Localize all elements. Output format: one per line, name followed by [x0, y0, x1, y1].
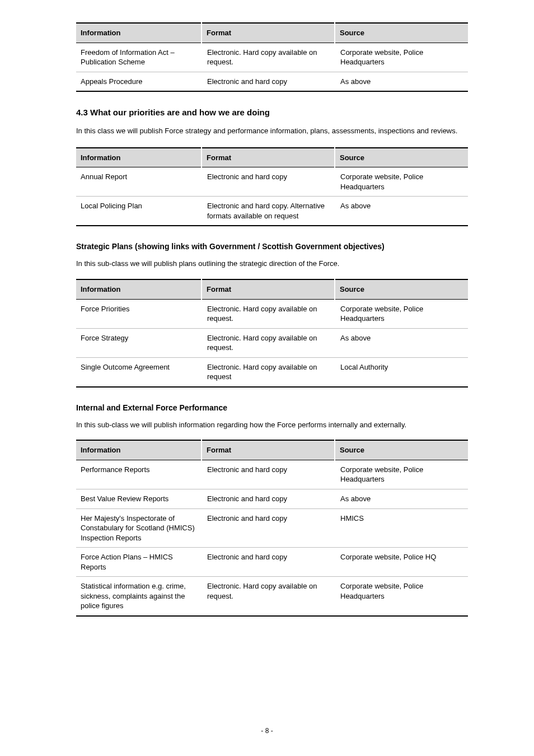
cell: Electronic and hard copy: [202, 167, 335, 197]
col-header: Source: [335, 440, 468, 460]
col-header: Source: [335, 23, 468, 43]
cell: Performance Reports: [76, 460, 202, 489]
cell: Appeals Procedure: [76, 72, 202, 91]
cell: Her Majesty's Inspectorate of Constabula…: [76, 508, 202, 548]
col-header: Format: [202, 148, 335, 167]
table-row: Her Majesty's Inspectorate of Constabula…: [76, 508, 468, 548]
table-row: Annual Report Electronic and hard copy C…: [76, 167, 468, 197]
cell: Statistical information e.g. crime, sick…: [76, 577, 202, 616]
cell: Force Strategy: [76, 328, 202, 357]
cell: Force Action Plans – HMICS Reports: [76, 548, 202, 577]
table1: Information Format Source Freedom of Inf…: [76, 22, 468, 92]
cell: Local Authority: [335, 357, 468, 387]
cell: Corporate website, Police Headquarters: [335, 299, 468, 328]
cell: Best Value Review Reports: [76, 489, 202, 509]
col-header: Source: [335, 148, 468, 167]
cell: Electronic. Hard copy available on reque…: [202, 577, 335, 616]
subclass-force-performance: Internal and External Force Performance …: [76, 403, 468, 617]
table-row: Freedom of Information Act – Publication…: [76, 43, 468, 72]
section-4-3: 4.3 What our priorities are and how we a…: [76, 108, 468, 226]
cell: Corporate website, Police Headquarters: [335, 167, 468, 197]
table-row: Performance Reports Electronic and hard …: [76, 460, 468, 489]
cell: Electronic. Hard copy available on reque…: [202, 43, 335, 72]
section-heading: 4.3 What our priorities are and how we a…: [76, 108, 468, 117]
table-row: Force Priorities Electronic. Hard copy a…: [76, 299, 468, 328]
cell: Electronic and hard copy: [202, 508, 335, 548]
table-header-row: Information Format Source: [76, 148, 468, 167]
col-header: Information: [76, 23, 202, 43]
table-row: Local Policing Plan Electronic and hard …: [76, 197, 468, 226]
cell: Force Priorities: [76, 299, 202, 328]
table-header-row: Information Format Source: [76, 279, 468, 299]
subheading: Strategic Plans (showing links with Gove…: [76, 242, 468, 251]
col-header: Format: [202, 23, 335, 43]
table-row: Single Outcome Agreement Electronic. Har…: [76, 357, 468, 387]
cell: Single Outcome Agreement: [76, 357, 202, 387]
cell: Corporate website, Police HQ: [335, 548, 468, 577]
cell: Freedom of Information Act – Publication…: [76, 43, 202, 72]
col-header: Format: [202, 279, 335, 299]
cell: Electronic. Hard copy available on reque…: [202, 328, 335, 357]
col-header: Information: [76, 148, 202, 167]
cell: Corporate website, Police Headquarters: [335, 460, 468, 489]
table-row: Force Strategy Electronic. Hard copy ava…: [76, 328, 468, 357]
subclass-strategic-plans: Strategic Plans (showing links with Gove…: [76, 242, 468, 387]
section-intro: In this class we will publish Force stra…: [76, 126, 468, 136]
table-row: Best Value Review Reports Electronic and…: [76, 489, 468, 509]
cell: Local Policing Plan: [76, 197, 202, 226]
col-header: Information: [76, 440, 202, 460]
cell: As above: [335, 197, 468, 226]
table1-block: Information Format Source Freedom of Inf…: [76, 22, 468, 92]
cell: Annual Report: [76, 167, 202, 197]
table-row: Appeals Procedure Electronic and hard co…: [76, 72, 468, 91]
cell: As above: [335, 489, 468, 509]
cell: Electronic. Hard copy available on reque…: [202, 357, 335, 387]
sub-intro: In this sub-class we will publish inform…: [76, 420, 468, 430]
cell: Electronic and hard copy. Alternative fo…: [202, 197, 335, 226]
table4: Information Format Source Performance Re…: [76, 440, 468, 617]
table-header-row: Information Format Source: [76, 23, 468, 43]
table3: Information Format Source Force Prioriti…: [76, 279, 468, 388]
col-header: Source: [335, 279, 468, 299]
cell: Electronic and hard copy: [202, 548, 335, 577]
page-number: - 8 -: [0, 727, 534, 735]
table-row: Force Action Plans – HMICS Reports Elect…: [76, 548, 468, 577]
cell: Electronic. Hard copy available on reque…: [202, 299, 335, 328]
subheading: Internal and External Force Performance: [76, 403, 468, 412]
cell: Electronic and hard copy: [202, 489, 335, 509]
cell: Electronic and hard copy: [202, 460, 335, 489]
table2: Information Format Source Annual Report …: [76, 147, 468, 227]
cell: As above: [335, 72, 468, 91]
col-header: Format: [202, 440, 335, 460]
table-header-row: Information Format Source: [76, 440, 468, 460]
table-row: Statistical information e.g. crime, sick…: [76, 577, 468, 616]
cell: Corporate website, Police Headquarters: [335, 43, 468, 72]
sub-intro: In this sub-class we will publish plans …: [76, 259, 468, 269]
cell: HMICS: [335, 508, 468, 548]
col-header: Information: [76, 279, 202, 299]
cell: Corporate website, Police Headquarters: [335, 577, 468, 616]
cell: As above: [335, 328, 468, 357]
cell: Electronic and hard copy: [202, 72, 335, 91]
